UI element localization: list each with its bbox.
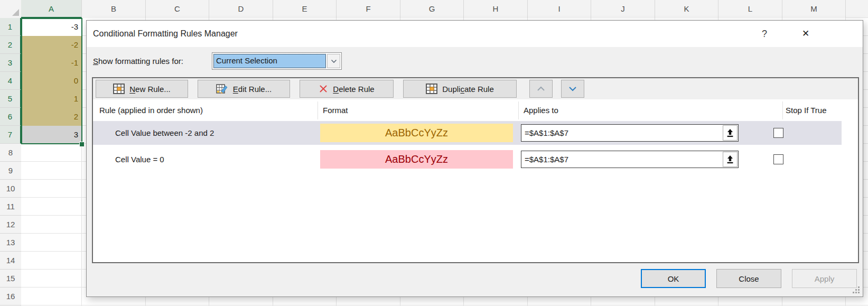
column-header-m[interactable]: M [782,0,846,18]
gridline-horizontal [0,305,868,305]
stop-if-true-checkbox[interactable] [773,128,783,138]
column-header-l[interactable]: L [718,0,782,18]
column-header-f[interactable]: F [337,0,400,18]
column-header-stop-if-true: Stop If True [786,99,827,121]
collapse-range-icon [726,128,734,138]
applies-to-field-wrap [521,151,739,168]
row-header-7[interactable]: 7 [0,126,21,144]
cell-a3[interactable]: -1 [22,54,81,72]
stop-if-true-checkbox[interactable] [773,154,783,164]
column-header-a[interactable]: A [21,0,82,18]
delete-rule-label: Delete Rule [333,85,374,94]
edit-rule-pencil-icon [216,84,228,94]
edit-rule-button[interactable]: Edit Rule... [198,80,290,98]
collapse-range-icon [726,155,734,164]
column-header-i[interactable]: I [528,0,591,18]
duplicate-rule-label: Duplicate Rule [442,85,494,94]
row-header-3[interactable]: 3 [0,54,21,72]
close-icon[interactable]: ✕ [795,21,817,47]
column-header-e[interactable]: E [273,0,337,18]
close-button[interactable]: Close [716,269,781,288]
applies-to-input[interactable] [521,124,739,142]
rules-panel: New Rule... Edit Rule... Delete Rule Dup… [92,77,859,263]
select-all-corner[interactable] [0,0,21,18]
format-preview: AaBbCcYyZz [320,124,513,142]
row-header-8[interactable]: 8 [0,144,21,162]
row-header-10[interactable]: 10 [0,180,21,198]
move-up-button[interactable] [529,80,553,98]
format-preview: AaBbCcYyZz [320,150,513,169]
column-header-k[interactable]: K [655,0,718,18]
cell-a5[interactable]: 1 [22,90,81,108]
column-header-j[interactable]: J [591,0,655,18]
show-rules-for-label: Show formatting rules for: [93,52,183,70]
duplicate-rule-grid-icon [426,84,437,94]
move-down-button[interactable] [561,80,584,98]
collapse-dialog-button[interactable] [723,125,738,141]
cell-a2[interactable]: -2 [22,36,81,54]
gridline-vertical [81,18,82,306]
show-rules-for-combobox[interactable]: Current Selection [212,52,342,70]
column-header-b[interactable]: B [82,0,146,18]
cell-a1[interactable]: -3 [22,18,81,36]
row-header-15[interactable]: 15 [0,270,21,288]
new-rule-label: New Rule... [129,85,171,94]
excel-window: ABCDEFGHIJKLM12345678910111213141516-3-2… [0,0,868,306]
column-header-applies-to: Applies to [524,99,558,121]
rule-description: Cell Value = 0 [115,147,164,171]
rules-list: Rule (applied in order shown) Format App… [93,99,858,262]
rule-description: Cell Value between -2 and 2 [115,121,214,145]
cell-a6[interactable]: 2 [22,108,81,126]
cell-a4[interactable]: 0 [22,72,81,90]
column-header-format: Format [323,99,348,121]
new-rule-grid-icon [113,84,125,94]
conditional-formatting-rules-manager-dialog: Conditional Formatting Rules Manager ? ✕… [86,20,863,297]
row-header-11[interactable]: 11 [0,198,21,216]
rules-toolbar: New Rule... Edit Rule... Delete Rule Dup… [93,78,858,99]
row-header-2[interactable]: 2 [0,36,21,54]
row-header-5[interactable]: 5 [0,90,21,108]
delete-rule-button[interactable]: Delete Rule [300,80,394,98]
chevron-up-icon [537,86,545,91]
column-header-h[interactable]: H [464,0,528,18]
ok-button[interactable]: OK [641,269,706,288]
column-header-c[interactable]: C [146,0,209,18]
chevron-down-icon [331,59,337,63]
new-rule-button[interactable]: New Rule... [96,80,188,98]
help-icon[interactable]: ? [756,21,773,47]
dialog-titlebar[interactable]: Conditional Formatting Rules Manager ? ✕ [87,21,863,47]
row-header-1[interactable]: 1 [0,18,21,36]
column-header-g[interactable]: G [400,0,464,18]
column-header-rule: Rule (applied in order shown) [99,99,203,121]
rule-row-2[interactable]: Cell Value = 0 AaBbCcYyZz [93,147,842,171]
header-divider [518,101,519,119]
rule-row-1[interactable]: Cell Value between -2 and 2 AaBbCcYyZz [93,121,842,145]
row-header-12[interactable]: 12 [0,216,21,234]
apply-button[interactable]: Apply [792,269,857,288]
chevron-down-icon [568,86,577,91]
row-header-4[interactable]: 4 [0,72,21,90]
delete-x-icon [319,84,328,94]
dialog-title: Conditional Formatting Rules Manager [93,21,238,47]
row-header-6[interactable]: 6 [0,108,21,126]
row-header-14[interactable]: 14 [0,252,21,270]
header-divider [318,101,318,119]
row-header-9[interactable]: 9 [0,162,21,180]
edit-rule-label: Edit Rule... [233,85,272,94]
fill-handle[interactable] [79,142,85,147]
applies-to-field-wrap [521,124,739,142]
combobox-selected-value[interactable]: Current Selection [213,54,326,68]
header-divider [782,101,783,119]
resize-grip[interactable] [852,286,860,294]
applies-to-input[interactable] [521,151,739,168]
row-header-13[interactable]: 13 [0,234,21,252]
cell-a7[interactable]: 3 [22,126,81,144]
row-header-16[interactable]: 16 [0,288,21,305]
collapse-dialog-button[interactable] [723,152,738,167]
duplicate-rule-button[interactable]: Duplicate Rule [403,80,517,98]
combobox-dropdown-button[interactable] [327,54,340,68]
column-header-d[interactable]: D [209,0,273,18]
